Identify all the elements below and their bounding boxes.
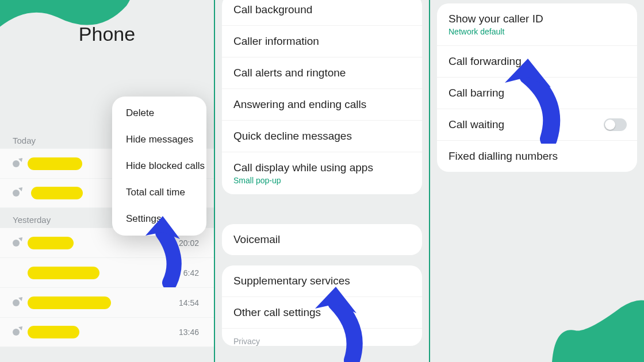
section-header-privacy: Privacy	[222, 329, 422, 346]
settings-show-caller-id[interactable]: Show your caller ID Network default	[437, 3, 637, 46]
settings-subtext: Network default	[448, 27, 626, 36]
call-time: 13:46	[179, 328, 199, 337]
call-log-row[interactable]: 6:42	[0, 257, 214, 287]
settings-call-forwarding[interactable]: Call forwarding	[437, 46, 637, 78]
call-time: 6:42	[183, 268, 199, 278]
outgoing-call-icon	[13, 160, 20, 167]
redacted-contact	[28, 267, 99, 279]
settings-fixed-dialling-numbers[interactable]: Fixed dialling numbers	[437, 141, 637, 172]
menu-hide-blocked-calls[interactable]: Hide blocked calls	[112, 153, 206, 179]
redacted-contact	[28, 326, 79, 338]
settings-voicemail[interactable]: Voicemail	[222, 224, 422, 255]
settings-call-alerts-ringtone[interactable]: Call alerts and ringtone	[222, 57, 422, 89]
outgoing-call-icon	[13, 190, 20, 197]
call-time: 14:54	[179, 298, 199, 307]
call-log-row[interactable]: 14:54	[0, 287, 214, 317]
menu-delete[interactable]: Delete	[112, 100, 206, 126]
settings-supplementary-services[interactable]: Supplementary services	[222, 265, 422, 297]
outgoing-call-icon	[13, 329, 20, 336]
menu-total-call-time[interactable]: Total call time	[112, 179, 206, 206]
section-header-today: Today	[13, 136, 36, 145]
section-header-yesterday: Yesterday	[13, 215, 51, 225]
page-title: Phone	[0, 23, 214, 45]
settings-call-display-apps[interactable]: Call display while using apps Small pop-…	[222, 152, 422, 194]
redacted-contact	[31, 187, 83, 199]
redacted-contact	[28, 237, 74, 249]
settings-call-barring[interactable]: Call barring	[437, 78, 637, 109]
call-log-row[interactable]: 13:46	[0, 317, 214, 347]
pane-call-settings: Call background Caller information Call …	[214, 0, 429, 362]
menu-hide-messages[interactable]: Hide messages	[112, 126, 206, 153]
redacted-contact	[28, 157, 82, 170]
pane-supplementary-services: Show your caller ID Network default Call…	[429, 0, 644, 362]
call-time: 20:02	[179, 238, 199, 248]
redacted-contact	[28, 296, 111, 309]
outgoing-call-icon	[13, 299, 20, 306]
settings-answering-ending-calls[interactable]: Answering and ending calls	[222, 89, 422, 121]
menu-settings[interactable]: Settings	[112, 206, 206, 232]
settings-caller-information[interactable]: Caller information	[222, 26, 422, 57]
settings-other-call-settings[interactable]: Other call settings	[222, 297, 422, 329]
outgoing-call-icon	[13, 240, 20, 247]
toggle-switch[interactable]	[604, 118, 627, 131]
settings-subtext: Small pop-up	[233, 176, 411, 185]
settings-quick-decline-messages[interactable]: Quick decline messages	[222, 121, 422, 152]
settings-call-background[interactable]: Call background	[222, 0, 422, 26]
settings-call-waiting[interactable]: Call waiting	[437, 109, 637, 141]
pane-phone-app: Phone Today Yesterday 20:02 6:42 14:	[0, 0, 214, 362]
context-menu: Delete Hide messages Hide blocked calls …	[112, 97, 206, 236]
